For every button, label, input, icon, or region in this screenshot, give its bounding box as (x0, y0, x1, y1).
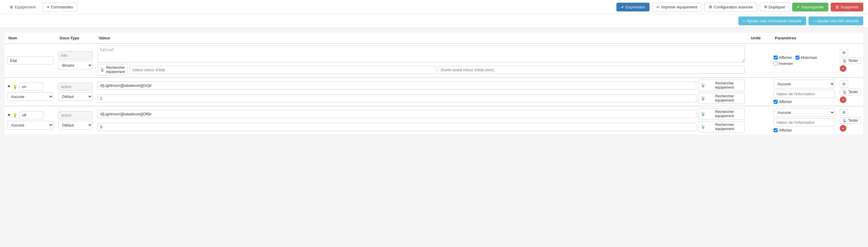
off-valeur2-input[interactable] (97, 123, 696, 131)
off-remove-button[interactable]: − (840, 125, 846, 132)
antenna-icon-off: 📡 (701, 112, 705, 116)
delete-button[interactable]: 🗑 Supprimer (831, 3, 863, 11)
etat-checkbox-row2: Inverser (774, 61, 835, 66)
on-gear-button[interactable]: ⚙ (840, 81, 848, 87)
lightbulb-icon-off: 💡 (12, 113, 18, 118)
on-subtype-cell: Défaut (56, 78, 95, 106)
config-button[interactable]: ⚙ Configuration avancée (704, 3, 757, 11)
table-container: Nom Sous-Type Valeur Unité Paramètres B (0, 28, 868, 139)
duplicate-button[interactable]: ⧉ Dupliquer (760, 2, 790, 11)
on-aucune-select2[interactable]: Aucune (774, 80, 835, 88)
etat-subtype-select[interactable]: Binaire (58, 61, 93, 70)
tab-commands[interactable]: ≡ Commandes (42, 3, 77, 11)
etat-afficher-label[interactable]: Afficher (774, 55, 792, 60)
on-gear-actions: ⚙ 📡 Tester − (840, 81, 861, 103)
on-remove-button[interactable]: − (840, 96, 846, 103)
col-header-nom: Nom (5, 33, 56, 43)
on-valeur-input[interactable] (97, 82, 696, 90)
on-params: Aucune Afficher (774, 80, 835, 104)
save-button[interactable]: ✔ Sauvegarder (792, 3, 828, 11)
off-name-input[interactable] (19, 111, 43, 119)
on-tester-button[interactable]: 📡 Tester (840, 89, 861, 95)
etat-retour-input[interactable] (129, 66, 436, 74)
off-top-section: ⚑ 💡 (7, 111, 54, 119)
col-header-unite: Unité (747, 33, 771, 43)
trash-icon: 🗑 (835, 5, 839, 9)
off-valeur-row1: 📡 Rechercher équipement (97, 108, 745, 120)
off-value-cell: 📡 Rechercher équipement 📡 Rechercher équ… (95, 106, 747, 134)
expression-button[interactable]: ✔ Expression (616, 3, 650, 11)
off-gear-button[interactable]: ⚙ (840, 109, 848, 116)
off-subtype-cell: Défaut (56, 106, 95, 134)
on-name-cell: ⚑ 💡 Aucune (5, 78, 56, 106)
etat-unit-cell (747, 43, 771, 78)
import-button[interactable]: ↩ Importer équipement (652, 3, 702, 11)
off-afficher-label[interactable]: Afficher (774, 128, 835, 132)
on-value-cell: 📡 Rechercher équipement 📡 Rechercher équ… (95, 78, 747, 106)
etat-gear-button[interactable]: ⚙ (840, 49, 848, 56)
copy-icon: ⧉ (764, 4, 767, 9)
equipment-icon: 🖥 (9, 5, 13, 9)
etat-rechercher-button[interactable]: 📡 Rechercher équipement (97, 64, 128, 75)
etat-actions-cell: ⚙ 📡 Tester − (837, 43, 863, 78)
table-row: ⚑ 💡 Aucune Défaut (5, 78, 863, 106)
etat-gear-actions: ⚙ 📡 Tester − (840, 49, 861, 72)
off-aucune-select[interactable]: Aucune (7, 121, 54, 129)
on-aucune-select[interactable]: Aucune (7, 92, 54, 101)
off-name-cell: ⚑ 💡 Aucune (5, 106, 56, 134)
table-row: Binaire 📡 Rechercher équipement (5, 43, 863, 78)
etat-duree-input[interactable] (438, 66, 745, 74)
off-tester-button[interactable]: 📡 Tester (840, 117, 861, 124)
etat-name-cell (5, 43, 56, 78)
flag-icon-off: ⚑ (7, 113, 11, 118)
off-aucune-select2[interactable]: Aucune (774, 108, 835, 117)
on-name-input[interactable] (19, 83, 43, 91)
on-valeur-info-input[interactable] (774, 90, 835, 98)
etat-checkbox-row1: Afficher Historiser (774, 55, 835, 60)
etat-remove-button[interactable]: − (840, 65, 846, 72)
off-rechercher2-button[interactable]: 📡 Rechercher équipement (698, 121, 745, 132)
off-valeur-info-input[interactable] (774, 118, 835, 126)
etat-historiser-label[interactable]: Historiser (796, 55, 817, 60)
off-afficher-checkbox[interactable] (774, 128, 778, 132)
etat-params-cell: Afficher Historiser Inverser (771, 43, 837, 78)
add-virtual-command-button[interactable]: + Ajouter une commande virtuelle (739, 17, 806, 25)
off-actions-cell: ⚙ 📡 Tester − (837, 106, 863, 134)
off-gear-actions: ⚙ 📡 Tester − (840, 109, 861, 132)
off-valeur-input[interactable] (97, 110, 696, 118)
top-bar: 🖥 Equipement ≡ Commandes ✔ Expression ↩ … (0, 0, 868, 14)
off-rechercher-button[interactable]: 📡 Rechercher équipement (698, 108, 745, 120)
action-bar: + Ajouter une commande virtuelle + Ajout… (0, 14, 868, 28)
lightbulb-icon-on: 💡 (12, 85, 18, 89)
tab-equipment[interactable]: 🖥 Equipement (5, 3, 40, 11)
col-header-valeur: Valeur (95, 33, 747, 43)
plus-icon: + (743, 19, 745, 23)
on-subtype-select[interactable]: Défaut (58, 92, 93, 101)
on-valeur2-input[interactable] (97, 94, 696, 102)
etat-value-cell: 📡 Rechercher équipement (95, 43, 747, 78)
on-params-cell: Aucune Afficher (771, 78, 837, 106)
flag-icon-on: ⚑ (7, 85, 11, 89)
on-afficher-label[interactable]: Afficher (774, 99, 835, 104)
etat-rechercher-row: 📡 Rechercher équipement (97, 64, 745, 75)
add-virtual-info-button[interactable]: + Ajouter une info virtuelle (808, 17, 863, 25)
col-header-actions (837, 33, 863, 43)
antenna-icon-on: 📡 (701, 83, 705, 87)
commands-icon: ≡ (47, 5, 49, 9)
etat-afficher-checkbox[interactable] (774, 56, 778, 60)
etat-calcul-textarea[interactable] (97, 46, 745, 62)
off-subtype-select[interactable]: Défaut (58, 121, 93, 129)
tester-icon-off: 📡 (842, 118, 847, 123)
etat-tester-button[interactable]: 📡 Tester (840, 57, 861, 64)
etat-name-input[interactable] (7, 57, 54, 65)
on-afficher-checkbox[interactable] (774, 100, 778, 104)
etat-inverser-checkbox[interactable] (774, 62, 778, 65)
on-actions-cell: ⚙ 📡 Tester − (837, 78, 863, 106)
col-header-params: Paramètres (771, 33, 837, 43)
on-rechercher2-button[interactable]: 📡 Rechercher équipement (698, 93, 745, 104)
on-rechercher-button[interactable]: 📡 Rechercher équipement (698, 80, 745, 91)
etat-historiser-checkbox[interactable] (796, 56, 800, 60)
etat-inverser-label[interactable]: Inverser (774, 61, 793, 66)
col-header-soustype: Sous-Type (56, 33, 95, 43)
on-top-section: ⚑ 💡 (7, 83, 54, 91)
